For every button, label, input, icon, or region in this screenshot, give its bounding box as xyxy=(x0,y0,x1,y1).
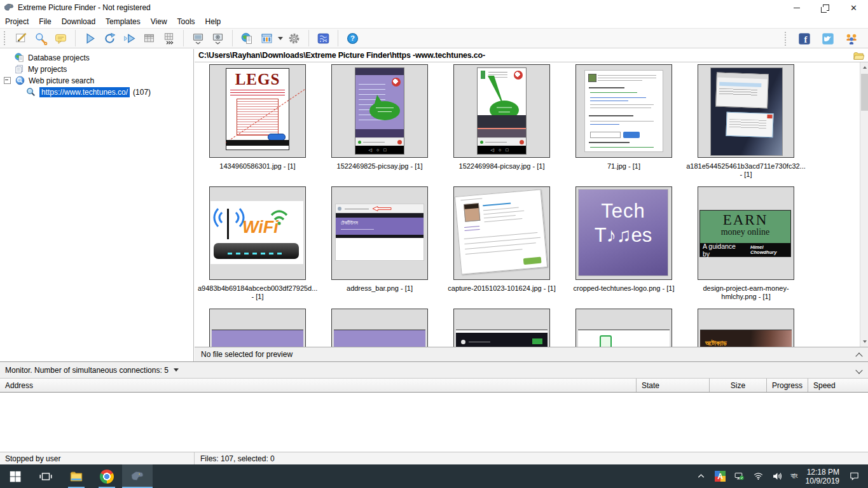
start-download-icon[interactable] xyxy=(81,30,99,47)
task-view-button[interactable] xyxy=(31,464,61,488)
menu-download[interactable]: Download xyxy=(62,17,103,26)
svg-text:?: ? xyxy=(350,34,355,42)
restart-download-icon[interactable] xyxy=(101,30,118,47)
menu-file[interactable]: File xyxy=(39,17,59,26)
thumbnail-image[interactable] xyxy=(209,309,306,347)
thumbnail-image[interactable]: টেকটিউনস xyxy=(331,186,428,280)
restore-button[interactable] xyxy=(811,0,839,15)
tray-chevron-up-icon[interactable] xyxy=(693,464,708,488)
thumbnail-image[interactable]: WiFi xyxy=(209,186,306,280)
stop-download-icon[interactable] xyxy=(141,30,158,47)
thumbnail-art: WiFi xyxy=(210,187,305,279)
sidebar-item-web-picture-search[interactable]: Web picture search xyxy=(4,75,94,86)
thumbnail-caption: cropped-techtunes-logo.png - [1] xyxy=(563,284,685,293)
chrome-icon xyxy=(100,470,114,484)
thumbnail-item: ◁○□ 1522469825-picsay.jpg - [1] xyxy=(319,64,441,171)
menu-help[interactable]: Help xyxy=(205,17,229,26)
thumbnail-item xyxy=(563,309,685,347)
menu-templates[interactable]: Templates xyxy=(106,17,148,26)
thumbnail-image[interactable]: EARN money online A guidance by Himel Ch… xyxy=(698,186,794,280)
scrollbar-thumb[interactable] xyxy=(861,74,868,111)
wifi-icon[interactable] xyxy=(750,464,766,488)
column-progress[interactable]: Progress xyxy=(766,379,808,392)
tree-label: My projects xyxy=(28,65,67,74)
skip-files-icon[interactable] xyxy=(160,30,177,47)
start-button[interactable] xyxy=(0,464,31,488)
tree-label-selected: https://www.techtunes.co/ xyxy=(39,87,130,97)
scroll-down-icon[interactable] xyxy=(860,337,868,347)
thumbnail-image[interactable] xyxy=(453,186,550,280)
connections-dropdown-icon[interactable] xyxy=(174,368,179,372)
thumbnail-image[interactable]: ◁○□ xyxy=(331,64,428,158)
column-size[interactable]: Size xyxy=(709,379,766,392)
sidebar-item-database-projects[interactable]: Database projects xyxy=(14,52,90,63)
monitor-bar[interactable]: Monitor. Number of simultaneous connecti… xyxy=(0,361,868,379)
facebook-icon[interactable]: f xyxy=(796,31,813,48)
thumbnail-art: টেকটিউনস xyxy=(332,187,427,279)
view-mode-dropdown-icon[interactable] xyxy=(277,30,284,47)
wizard-icon[interactable] xyxy=(315,30,332,47)
thumbnail-image[interactable] xyxy=(453,309,550,347)
browser-icon[interactable] xyxy=(238,30,256,47)
chrome-button[interactable] xyxy=(92,464,122,488)
options-icon[interactable] xyxy=(286,30,303,47)
sidebar-item-techtunes-url[interactable]: https://www.techtunes.co/ (107) xyxy=(25,87,151,97)
open-folder-icon[interactable] xyxy=(853,50,864,60)
new-project-icon[interactable] xyxy=(13,30,30,47)
thumbnail-image[interactable]: ◁○□ xyxy=(453,64,550,158)
screen-capture-icon[interactable] xyxy=(209,30,226,47)
taskbar: A বাং 12:18 PM 10/9/2019 xyxy=(0,464,868,488)
scroll-up-icon[interactable] xyxy=(860,62,868,73)
column-speed[interactable]: Speed xyxy=(808,379,868,392)
resume-download-icon[interactable] xyxy=(121,30,138,47)
sidebar-item-my-projects[interactable]: My projects xyxy=(14,64,67,74)
volume-icon[interactable] xyxy=(769,464,785,488)
thumbnail-image[interactable]: LEGS xyxy=(209,64,306,158)
download-queue-list[interactable] xyxy=(0,393,868,452)
thumbnail-image[interactable] xyxy=(331,309,428,347)
column-state[interactable]: State xyxy=(636,379,709,392)
menu-project[interactable]: Project xyxy=(5,17,36,26)
collapse-expander-icon[interactable] xyxy=(4,77,11,84)
avro-keyboard-icon[interactable]: A xyxy=(712,464,727,488)
menu-view[interactable]: View xyxy=(151,17,175,26)
thumbnail-art: অটোক্যাড xyxy=(698,309,794,347)
thumbnail-caption: a181e544525461b3acd711e730fc32... - [1] xyxy=(685,162,807,178)
thumbnail-image[interactable]: অটোক্যাড xyxy=(698,309,794,347)
thumbnail-item: a181e544525461b3acd711e730fc32... - [1] xyxy=(685,64,807,178)
toolbar-grip-2[interactable] xyxy=(785,32,788,46)
community-icon[interactable] xyxy=(843,31,860,48)
column-address[interactable]: Address xyxy=(0,379,636,392)
monitor-icon[interactable] xyxy=(189,30,207,47)
collapse-preview-icon[interactable] xyxy=(855,352,862,359)
action-center-icon[interactable] xyxy=(846,464,862,488)
tree-label: Web picture search xyxy=(29,76,94,85)
comments-icon[interactable] xyxy=(52,30,69,47)
close-button[interactable]: ✕ xyxy=(839,0,868,15)
files-count-text: Files: 107, selected: 0 xyxy=(200,454,275,463)
toolbar-grip[interactable] xyxy=(4,31,7,45)
help-icon[interactable]: ? xyxy=(344,30,361,47)
thumbnail-scrollbar[interactable] xyxy=(860,62,868,347)
file-explorer-button[interactable] xyxy=(61,464,92,488)
thumbnail-item: EARN money online A guidance by Himel Ch… xyxy=(685,186,807,300)
display-security-icon[interactable] xyxy=(731,464,747,488)
extreme-picture-finder-button[interactable] xyxy=(122,464,153,488)
thumbnail-image[interactable] xyxy=(575,309,672,347)
project-properties-icon[interactable] xyxy=(32,30,50,47)
view-mode-icon[interactable] xyxy=(258,30,275,47)
current-folder-path: C:\Users\Rayhan\Downloads\Extreme Pictur… xyxy=(198,51,485,60)
preview-bar[interactable]: No file selected for preview xyxy=(195,347,868,361)
menu-tools[interactable]: Tools xyxy=(177,17,203,26)
minimize-button[interactable] xyxy=(782,0,811,15)
web-picture-search-icon xyxy=(15,75,25,86)
twitter-icon[interactable] xyxy=(819,31,836,48)
thumbnail-item: capture-20151023-101624.jpg - [1] xyxy=(441,186,563,293)
thumbnail-image[interactable]: Tech T♪♫es xyxy=(575,186,672,280)
thumbnail-image[interactable] xyxy=(698,64,794,158)
tree-label: Database projects xyxy=(28,53,90,62)
language-indicator[interactable]: বাং xyxy=(787,471,801,481)
thumbnail-image[interactable] xyxy=(575,64,672,158)
expand-monitor-icon[interactable] xyxy=(855,366,862,373)
taskbar-clock[interactable]: 12:18 PM 10/9/2019 xyxy=(802,468,844,485)
